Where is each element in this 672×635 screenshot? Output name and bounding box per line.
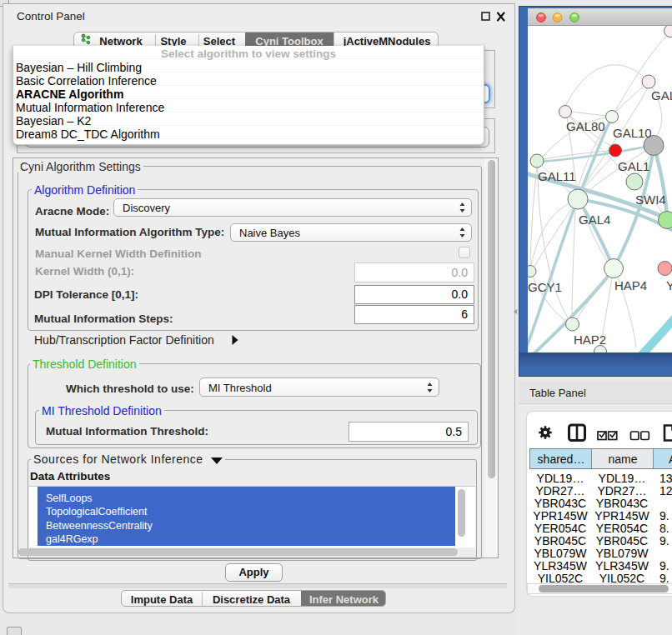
svg-text:GAL10: GAL10 [613,126,652,140]
svg-text:HAP4: HAP4 [614,278,647,292]
svg-text:GAL4: GAL4 [579,212,610,227]
svg-text:SWI4: SWI4 [635,192,666,207]
svg-text:GAL11: GAL11 [538,169,576,183]
svg-text:HAP2: HAP2 [574,332,606,347]
svg-text:GAL: GAL [651,88,672,102]
svg-text:GAL1: GAL1 [618,159,649,173]
svg-text:GAL80: GAL80 [566,119,605,133]
svg-text:Y: Y [666,278,672,292]
svg-text:GCY1: GCY1 [528,280,562,294]
